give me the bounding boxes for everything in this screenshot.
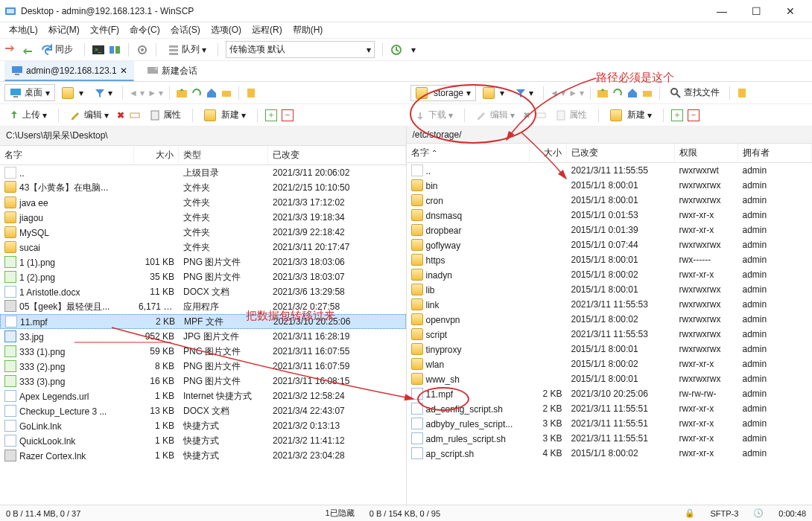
annotation-arrows — [0, 0, 812, 521]
